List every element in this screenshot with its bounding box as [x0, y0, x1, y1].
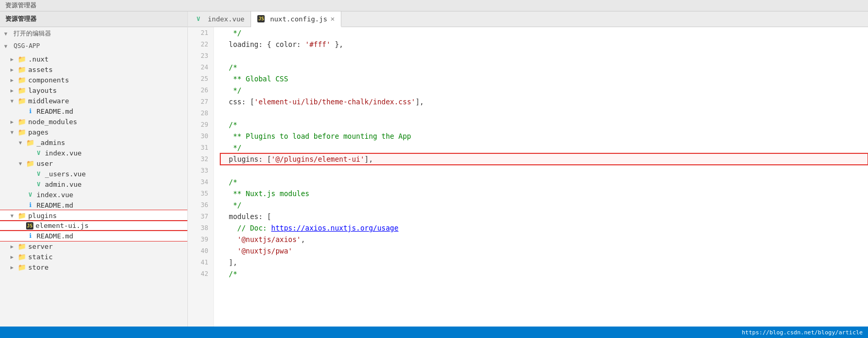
tree-item-label: index.vue: [37, 191, 73, 199]
project-section[interactable]: ▼ QSG-APP: [0, 40, 187, 52]
code-line-28: [220, 107, 868, 119]
tree-item-label: user: [37, 160, 53, 167]
tab-label: index.vue: [208, 15, 244, 23]
code-token: '@/plugins/element-ui': [271, 153, 365, 165]
code-token: /*: [220, 119, 237, 130]
tree-item-label: node_modules: [28, 118, 77, 126]
sidebar-item-element-ui-js[interactable]: JSelement-ui.js: [0, 221, 187, 231]
code-line-21: */: [220, 27, 868, 39]
code-token: /*: [220, 268, 237, 280]
sidebar-item-layouts[interactable]: ▶📁layouts: [0, 85, 187, 95]
line-num-29: 29: [191, 119, 208, 130]
code-token: modules: [: [220, 211, 271, 222]
code-token: [220, 234, 237, 245]
tree-item-label: README.md: [37, 232, 73, 240]
line-num-34: 34: [191, 176, 208, 188]
code-line-40: '@nuxtjs/pwa': [220, 245, 868, 257]
project-arrow: ▼: [4, 43, 11, 49]
sidebar-item-readme-middleware[interactable]: ℹREADME.md: [0, 106, 187, 116]
tab-index-vue-tab[interactable]: Vindex.vue: [188, 11, 251, 27]
sidebar-item-plugins[interactable]: ▼📁plugins: [0, 210, 187, 221]
sidebar-tree: ▶📁.nuxt▶📁assets▶📁components▶📁layouts▼📁mi…: [0, 52, 187, 327]
sidebar-item-index-admins[interactable]: Vindex.vue: [0, 148, 187, 158]
sidebar-item-nuxt[interactable]: ▶📁.nuxt: [0, 54, 187, 64]
code-line-31: */: [220, 142, 868, 153]
sidebar-item-user[interactable]: ▼📁user: [0, 158, 187, 168]
tree-item-label: store: [28, 263, 49, 271]
tree-item-label: plugins: [28, 212, 57, 220]
tab-nuxt-config-tab[interactable]: JSnuxt.config.js×: [251, 11, 341, 27]
arrow-server: ▶: [10, 244, 18, 249]
code-line-36: */: [220, 199, 868, 211]
tree-item-label: pages: [28, 128, 49, 136]
tree-item-label: _admins: [37, 139, 65, 147]
folder-icon: 📁: [18, 128, 26, 136]
code-token: ],: [364, 153, 373, 165]
arrow-node_modules: ▶: [10, 119, 18, 125]
folder-icon: 📁: [18, 242, 26, 250]
sidebar-item-middleware[interactable]: ▼📁middleware: [0, 95, 187, 106]
main-layout: 资源管理器 ▼ 打开的编辑器 ▼ QSG-APP ▶📁.nuxt▶📁assets…: [0, 11, 868, 327]
sidebar-item-readme-plugins[interactable]: ℹREADME.md: [0, 231, 187, 241]
arrow-static: ▶: [10, 254, 18, 260]
sidebar-item-readme-root[interactable]: ℹREADME.md: [0, 200, 187, 210]
code-token: ],: [415, 96, 424, 107]
line-num-42: 42: [191, 268, 208, 280]
code-line-25: ** Global CSS: [220, 73, 868, 84]
code-token: https://axios.nuxtjs.org/usage: [271, 222, 399, 234]
tab-js-icon: JS: [257, 15, 265, 22]
code-line-35: ** Nuxt.js modules: [220, 188, 868, 199]
tree-item-label: static: [28, 253, 53, 261]
code-line-37: modules: [: [220, 211, 868, 222]
code-token: '@nuxtjs/axios': [237, 234, 301, 245]
open-editors-section[interactable]: ▼ 打开的编辑器: [0, 27, 187, 40]
line-num-24: 24: [191, 62, 208, 73]
vue-icon: V: [34, 180, 43, 188]
line-num-28: 28: [191, 107, 208, 119]
sidebar-item-store[interactable]: ▶📁store: [0, 262, 187, 272]
sidebar-item-static[interactable]: ▶📁static: [0, 251, 187, 262]
sidebar-title: 资源管理器: [5, 15, 37, 22]
arrow-plugins: ▼: [10, 213, 18, 219]
sidebar-item-components[interactable]: ▶📁components: [0, 75, 187, 85]
tree-item-label: layouts: [28, 87, 57, 94]
line-num-30: 30: [191, 130, 208, 142]
line-num-23: 23: [191, 50, 208, 62]
arrow-components: ▶: [10, 77, 18, 83]
sidebar-item-_users-vue[interactable]: V_users.vue: [0, 168, 187, 179]
tree-item-label: components: [28, 76, 69, 84]
status-url: https://blog.csdn.net/blogy/article: [742, 329, 863, 336]
code-token: /*: [220, 62, 237, 73]
sidebar-item-assets[interactable]: ▶📁assets: [0, 64, 187, 75]
arrow-middleware: ▼: [10, 98, 18, 104]
sidebar: 资源管理器 ▼ 打开的编辑器 ▼ QSG-APP ▶📁.nuxt▶📁assets…: [0, 11, 188, 327]
tab-close-btn[interactable]: ×: [330, 15, 335, 22]
code-token: ,: [301, 234, 305, 245]
sidebar-item-_admins[interactable]: ▼📁_admins: [0, 137, 187, 148]
code-line-29: /*: [220, 119, 868, 130]
arrow-nuxt: ▶: [10, 56, 18, 62]
code-token: 'element-ui/lib/theme-chalk/index.css': [254, 96, 415, 107]
open-editors-label: 打开的编辑器: [14, 29, 51, 38]
folder-icon: 📁: [18, 263, 26, 271]
code-token: /*: [220, 176, 237, 188]
sidebar-item-server[interactable]: ▶📁server: [0, 241, 187, 251]
tree-item-label: server: [28, 243, 53, 250]
folder-icon: 📁: [18, 117, 26, 126]
folder-icon: 📁: [26, 138, 34, 147]
code-token: css: [: [220, 96, 254, 107]
code-token: // Doc:: [220, 222, 271, 234]
tree-item-label: .nuxt: [28, 55, 49, 63]
code-line-30: ** Plugins to load before mounting the A…: [220, 130, 868, 142]
sidebar-item-node_modules[interactable]: ▶📁node_modules: [0, 116, 187, 127]
sidebar-item-admin-vue[interactable]: Vadmin.vue: [0, 179, 187, 189]
code-token: '#fff': [305, 39, 331, 50]
code-line-32: plugins: ['@/plugins/element-ui'],: [220, 153, 868, 165]
sidebar-item-index-vue[interactable]: Vindex.vue: [0, 189, 187, 200]
sidebar-item-pages[interactable]: ▼📁pages: [0, 127, 187, 137]
line-num-40: 40: [191, 245, 208, 257]
code-line-42: /*: [220, 268, 868, 280]
tree-item-label: README.md: [37, 201, 73, 209]
arrow-assets: ▶: [10, 67, 18, 73]
code-token: '@nuxtjs/pwa': [237, 245, 293, 257]
